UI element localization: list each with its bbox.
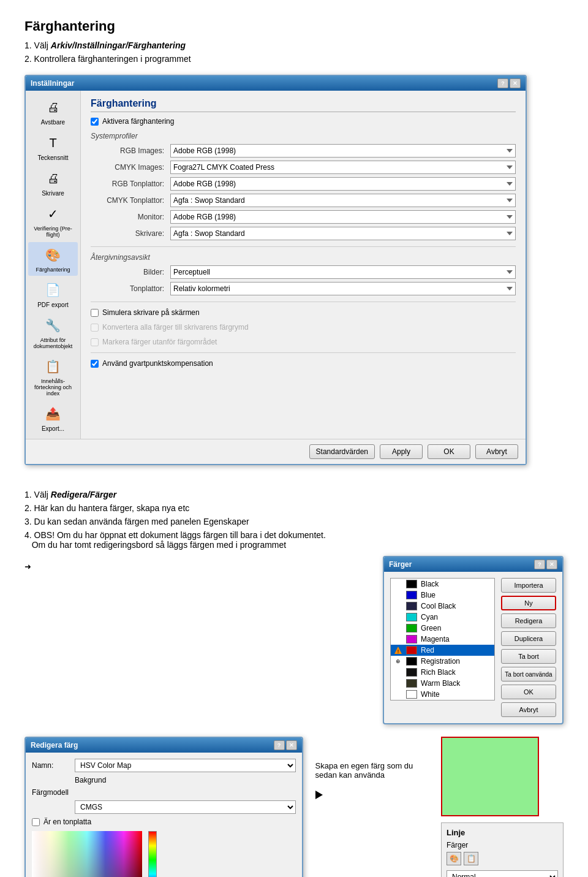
sidebar-item-teckensnitt[interactable]: T Teckensnitt bbox=[28, 130, 78, 164]
linje-icon2[interactable]: 📋 bbox=[464, 852, 478, 865]
field-select[interactable]: Adobe RGB (1998) bbox=[170, 177, 516, 191]
redigera-button[interactable]: Redigera bbox=[501, 613, 556, 628]
sidebar-item-label: Avstbare bbox=[41, 119, 65, 126]
sidebar-item-skrivare[interactable]: 🖨 Skrivare bbox=[28, 165, 78, 200]
gradient-inner bbox=[32, 831, 142, 877]
redigera-dialog: Redigera färg ? ✕ Namn: HSV Color Map Ba… bbox=[24, 737, 303, 877]
installningar-titlebar: Inställningar ? ✕ bbox=[26, 76, 526, 91]
tonplatta-checkbox[interactable] bbox=[32, 818, 40, 826]
model-select-top[interactable]: HSV Color Map bbox=[75, 759, 296, 772]
konvertera-label: Konvertera alla färger till skrivarens f… bbox=[102, 323, 249, 332]
ok-button[interactable]: OK bbox=[428, 444, 470, 459]
farger-list-item[interactable]: Yellow bbox=[391, 700, 494, 700]
farger-list-item[interactable]: ⊕ Registration bbox=[391, 656, 494, 667]
export-icon: 📤 bbox=[43, 404, 63, 423]
linje-panel: Linje Färger 🎨 📋 Normal Inget Bakgrund B… bbox=[441, 822, 564, 877]
ny-button[interactable]: Ny bbox=[501, 596, 556, 610]
field-select[interactable]: Adobe RGB (1998) bbox=[170, 144, 516, 158]
field-label: RGB Tonplattor: bbox=[91, 180, 170, 188]
namn-label: Namn: bbox=[32, 761, 75, 770]
render-select[interactable]: Perceptuell bbox=[170, 265, 516, 279]
caption-area: Skapa en egen färg som du sedan kan anvä… bbox=[315, 761, 429, 805]
farger-controls: ? ✕ bbox=[534, 560, 557, 569]
section-header: Färghantering bbox=[91, 98, 516, 112]
s2-step4: 4. OBS! Om du har öppnat ett dokument lä… bbox=[24, 530, 564, 550]
titlebar-controls: ? ✕ bbox=[497, 78, 521, 88]
standardvarden-button[interactable]: Standardvärden bbox=[309, 444, 375, 459]
farger-list-item[interactable]: Cool Black bbox=[391, 601, 494, 612]
field-select[interactable]: Adobe RGB (1998) bbox=[170, 210, 516, 224]
ta-bort-oanvanda-button[interactable]: Ta bort oanvända bbox=[501, 667, 556, 681]
farger-avbryt-button[interactable]: Avbryt bbox=[501, 702, 556, 717]
konvertera-checkbox[interactable] bbox=[91, 324, 99, 332]
markera-checkbox[interactable] bbox=[91, 338, 99, 346]
sidebar-item-pdf[interactable]: 📄 PDF export bbox=[28, 277, 78, 311]
ta-bort-button[interactable]: Ta bort bbox=[501, 649, 556, 664]
farger-list-item[interactable]: Rich Black bbox=[391, 667, 494, 678]
color-swatch bbox=[406, 679, 417, 688]
apply-button[interactable]: Apply bbox=[380, 444, 423, 459]
farger-list-item[interactable]: ! Red bbox=[391, 645, 494, 656]
field-select[interactable]: Agfa : Swop Standard bbox=[170, 227, 516, 240]
color-gradient[interactable] bbox=[32, 831, 142, 877]
normal-select[interactable]: Normal bbox=[447, 870, 558, 877]
sidebar-item-attribut[interactable]: 🔧 Attribut för dokumentobjekt bbox=[28, 313, 78, 352]
model-row: Färgmodell bbox=[32, 788, 296, 797]
redigera-title: Redigera färg bbox=[31, 741, 78, 750]
sidebar-item-label: Färghantering bbox=[36, 267, 70, 273]
farger-color-list[interactable]: Black Blue Cool Black Cyan Green Magenta… bbox=[390, 578, 495, 700]
color-swatch bbox=[406, 613, 417, 621]
duplicera-button[interactable]: Duplicera bbox=[501, 631, 556, 646]
farger-list-item[interactable]: White bbox=[391, 689, 494, 700]
verifering-icon: ✓ bbox=[43, 204, 63, 224]
color-name: Registration bbox=[421, 657, 460, 666]
farger-list-item[interactable]: Green bbox=[391, 623, 494, 634]
s2-step3: 3. Du kan sedan använda färgen med panel… bbox=[24, 517, 564, 526]
linje-title: Linje bbox=[447, 828, 558, 837]
aktivera-checkbox[interactable] bbox=[91, 118, 99, 126]
farger-list-item[interactable]: Warm Black bbox=[391, 678, 494, 689]
avbryt-button[interactable]: Avbryt bbox=[475, 444, 518, 459]
farger-close-btn[interactable]: ✕ bbox=[546, 560, 557, 569]
field-select[interactable]: Agfa : Swop Standard bbox=[170, 194, 516, 207]
sidebar-item-verifering[interactable]: ✓ Verifiering (Pre-flight) bbox=[28, 201, 78, 241]
linje-icon1[interactable]: 🎨 bbox=[447, 852, 461, 865]
importera-button[interactable]: Importera bbox=[501, 578, 556, 593]
model-select[interactable]: CMGS bbox=[75, 800, 296, 814]
close-button[interactable]: ✕ bbox=[510, 78, 521, 88]
farger-list-item[interactable]: Magenta bbox=[391, 634, 494, 645]
field-label: Skrivare: bbox=[91, 229, 170, 238]
color-swatch bbox=[406, 591, 417, 599]
sidebar-item-export[interactable]: 📤 Export... bbox=[28, 401, 78, 435]
redigera-help-btn[interactable]: ? bbox=[274, 740, 285, 750]
installningar-footer: Standardvärden Apply OK Avbryt bbox=[26, 439, 526, 464]
farger-list-item[interactable]: Black bbox=[391, 579, 494, 590]
linje-icons: 🎨 📋 bbox=[447, 852, 558, 865]
pdf-icon: 📄 bbox=[43, 280, 63, 300]
field-select[interactable]: Fogra27L CMYK Coated Press bbox=[170, 161, 516, 174]
farghantering-icon: 🎨 bbox=[43, 245, 63, 265]
field-label: CMYK Images: bbox=[91, 163, 170, 172]
help-button[interactable]: ? bbox=[497, 78, 508, 88]
svg-text:!: ! bbox=[398, 648, 399, 655]
green-rect bbox=[441, 737, 539, 816]
farger-help-btn[interactable]: ? bbox=[534, 560, 545, 569]
hue-bar[interactable] bbox=[148, 831, 157, 877]
farger-ok-button[interactable]: OK bbox=[501, 685, 556, 699]
name-value-row: Bakgrund bbox=[32, 776, 296, 784]
teckensnitt-icon: T bbox=[43, 133, 63, 153]
namn-row: Namn: HSV Color Map bbox=[32, 759, 296, 772]
render-select[interactable]: Relativ kolormetri bbox=[170, 282, 516, 295]
color-swatch bbox=[406, 668, 417, 677]
sidebar-item-farghantering[interactable]: 🎨 Färghantering bbox=[28, 242, 78, 276]
sidebar-item-innehall[interactable]: 📋 Innehålls-förteckning och index bbox=[28, 354, 78, 400]
redigera-close-btn[interactable]: ✕ bbox=[286, 740, 297, 750]
innehall-icon: 📋 bbox=[43, 357, 63, 376]
farger-list-item[interactable]: Cyan bbox=[391, 612, 494, 623]
gvartpunkt-checkbox[interactable] bbox=[91, 360, 99, 368]
s2-step1: 1. Välj Redigera/Färger bbox=[24, 490, 564, 499]
simulate-checkbox[interactable] bbox=[91, 309, 99, 317]
farger-list-item[interactable]: Blue bbox=[391, 590, 494, 601]
sidebar-item-avstbare[interactable]: 🖨 Avstbare bbox=[28, 94, 78, 129]
aktivera-row: Aktivera färghantering bbox=[91, 117, 516, 126]
